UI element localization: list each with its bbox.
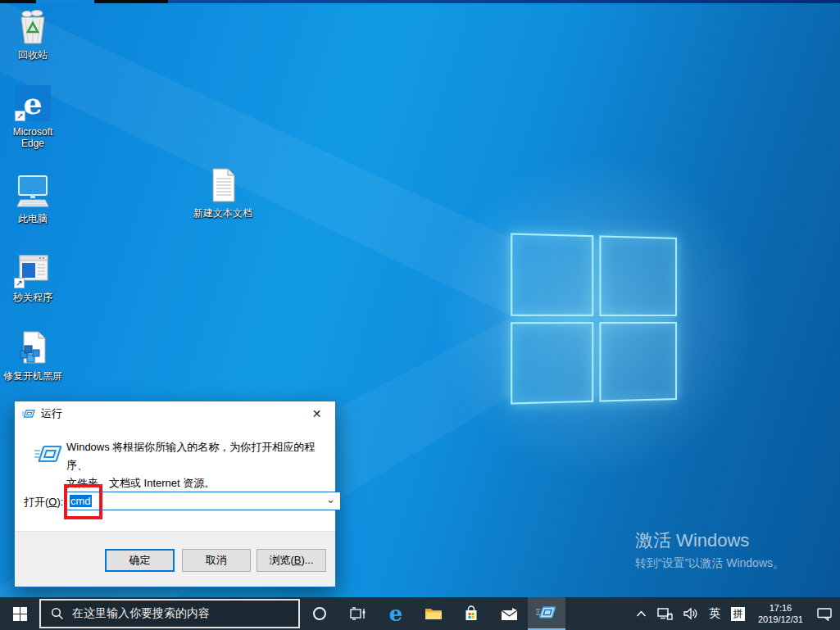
- cancel-button[interactable]: 取消: [182, 549, 251, 572]
- windows-logo-pane: [599, 235, 677, 315]
- recycle-bin-icon: [14, 8, 52, 46]
- windows-logo-pane: [511, 322, 593, 405]
- taskbar-run-button[interactable]: [528, 597, 565, 630]
- registry-file-icon: [14, 329, 52, 367]
- activation-watermark-title: 激活 Windows: [635, 528, 784, 553]
- run-dialog-titlebar[interactable]: 运行 ✕: [15, 401, 335, 426]
- run-icon: [34, 442, 63, 467]
- edge-icon: e ↗: [14, 85, 52, 123]
- ime-pinyin-button[interactable]: 拼: [729, 597, 747, 630]
- windows-start-icon: [13, 607, 27, 621]
- search-input[interactable]: 在这里输入你要搜索的内容: [39, 599, 300, 628]
- desktop-icon-app-shortcut[interactable]: ↗ 秒关程序: [2, 251, 64, 303]
- file-explorer-icon: [425, 606, 443, 621]
- desktop-icon-recycle-bin[interactable]: 回收站: [2, 8, 64, 61]
- wallpaper-windows-logo: [511, 233, 677, 404]
- ok-button[interactable]: 确定: [105, 549, 175, 572]
- mail-icon: [501, 607, 518, 621]
- tray-chevron-button[interactable]: [633, 597, 649, 630]
- run-dialog: 运行 ✕ Windows 将根据你所输入的名称，为你打开相应的程序、 文件夹、文…: [14, 401, 336, 587]
- taskbar: 在这里输入你要搜索的内容 e: [0, 597, 840, 630]
- shortcut-arrow-icon: ↗: [15, 111, 25, 121]
- run-dialog-description: Windows 将根据你所输入的名称，为你打开相应的程序、 文件夹、文档或 In…: [66, 438, 335, 492]
- windows-logo-pane: [599, 322, 677, 402]
- desktop-icon-new-text-document[interactable]: 新建文本文档: [192, 166, 254, 219]
- desktop-icon-label: Microsoft Edge: [2, 126, 64, 149]
- taskbar-edge-button[interactable]: e: [377, 597, 415, 630]
- chevron-up-icon: [636, 610, 647, 617]
- search-placeholder: 在这里输入你要搜索的内容: [72, 606, 210, 621]
- volume-tray-button[interactable]: [681, 597, 701, 630]
- desktop-icon-label: 修复开机黑屏: [2, 370, 64, 382]
- run-icon: [536, 604, 557, 622]
- desktop-icon-label: 此电脑: [2, 213, 64, 224]
- clock-time: 17:16: [758, 602, 803, 614]
- desktop-icon-label: 回收站: [2, 49, 64, 61]
- desktop-icon-label: 秒关程序: [2, 292, 64, 303]
- shortcut-arrow-icon: ↗: [14, 278, 25, 288]
- chevron-down-icon[interactable]: ⌄: [326, 493, 335, 505]
- start-button[interactable]: [0, 597, 39, 630]
- network-icon: [657, 607, 673, 621]
- windows-logo-pane: [511, 233, 593, 315]
- desktop-icon-label: 新建文本文档: [192, 207, 254, 219]
- action-center-button[interactable]: [814, 597, 835, 630]
- task-view-button[interactable]: [339, 597, 377, 630]
- clock-date: 2019/12/31: [758, 614, 803, 625]
- microsoft-store-icon: [463, 605, 479, 622]
- open-input-value: cmd: [70, 495, 92, 507]
- taskbar-clock[interactable]: 17:16 2019/12/31: [753, 602, 808, 625]
- pinyin-ime-icon: 拼: [731, 607, 745, 621]
- ime-language-button[interactable]: 英: [706, 597, 723, 630]
- edge-icon: e: [389, 603, 403, 624]
- cortana-icon: [312, 606, 327, 621]
- cortana-button[interactable]: [300, 597, 339, 630]
- this-pc-icon: [14, 172, 52, 210]
- app-window-icon: ↗: [14, 251, 52, 288]
- open-input[interactable]: cmd ⌄: [66, 492, 341, 510]
- text-document-icon: [204, 166, 242, 204]
- action-center-icon: [816, 606, 833, 621]
- desktop-icon-registry-fix[interactable]: 修复开机黑屏: [2, 329, 64, 382]
- taskbar-store-button[interactable]: [452, 597, 490, 630]
- run-dialog-icon: [22, 408, 35, 419]
- screen-top-artifact: [0, 0, 840, 3]
- taskbar-spacer: [565, 597, 633, 630]
- search-icon: [51, 607, 64, 620]
- speaker-icon: [683, 607, 698, 620]
- activation-watermark-subtitle: 转到“设置”以激活 Windows。: [635, 556, 784, 571]
- task-view-icon: [350, 606, 366, 621]
- desktop-icon-this-pc[interactable]: 此电脑: [2, 172, 64, 224]
- open-label: 打开(O):: [24, 495, 63, 510]
- activation-watermark: 激活 Windows 转到“设置”以激活 Windows。: [635, 528, 784, 571]
- taskbar-file-explorer-button[interactable]: [415, 597, 452, 630]
- browse-button[interactable]: 浏览(B)...: [257, 549, 326, 572]
- close-icon[interactable]: ✕: [298, 401, 335, 425]
- taskbar-mail-button[interactable]: [490, 597, 528, 630]
- system-tray: 英 拼 17:16 2019/12/31: [633, 597, 840, 630]
- desktop: 回收站 e ↗ Microsoft Edge 此电脑: [0, 0, 840, 597]
- desktop-icon-microsoft-edge[interactable]: e ↗ Microsoft Edge: [2, 85, 64, 149]
- run-dialog-title: 运行: [41, 406, 62, 421]
- network-tray-button[interactable]: [655, 597, 675, 630]
